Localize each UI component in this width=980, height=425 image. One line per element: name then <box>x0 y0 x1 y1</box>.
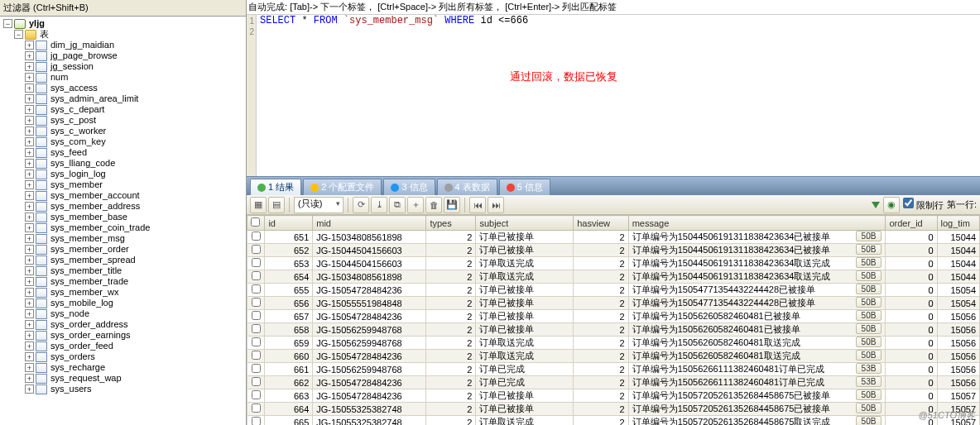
cell[interactable]: 订单编号为15057205261352684458675已被接单50B <box>628 389 886 403</box>
cell[interactable]: 0 <box>886 297 937 310</box>
cell[interactable]: 15057 <box>937 389 979 403</box>
tree-toggle-icon[interactable]: + <box>25 363 34 372</box>
cell[interactable]: 0 <box>886 350 937 363</box>
tree-item-sys_lliang_code[interactable]: +sys_lliang_code <box>3 158 246 169</box>
tree-toggle-icon[interactable]: + <box>25 384 34 394</box>
tree-toggle-icon[interactable]: + <box>25 116 34 125</box>
row-check[interactable] <box>252 284 261 294</box>
cell[interactable]: JG-15054728484236 <box>313 389 426 403</box>
tree-item-sys_order_earnings[interactable]: +sys_order_earnings <box>3 330 246 341</box>
tree-toggle-icon[interactable]: + <box>25 137 34 146</box>
tree-toggle-icon[interactable]: + <box>25 105 34 114</box>
cell[interactable]: 订单已被接单 <box>476 284 574 297</box>
cell[interactable]: 15044 <box>937 231 979 244</box>
tree-item-sys_c_depart[interactable]: +sys_c_depart <box>3 104 246 115</box>
tree-toggle-icon[interactable]: + <box>25 41 34 50</box>
tree-toggle-icon[interactable]: + <box>25 374 34 383</box>
cell[interactable]: 订单编号为15044506191311838423634取送完成50B <box>628 257 886 270</box>
table-row[interactable]: 657JG-150547284842362订单已被接单2订单编号为1505626… <box>247 310 980 323</box>
cell[interactable]: 2 <box>426 270 476 284</box>
tree-toggle-icon[interactable]: + <box>25 223 34 232</box>
table-row[interactable]: 653JG-150445041566032订单取送完成2订单编号为1504450… <box>247 257 980 270</box>
cell[interactable]: JG-15056259948768 <box>313 363 426 376</box>
copy-icon[interactable]: ⧉ <box>389 197 406 213</box>
tree-item-sys_c_post[interactable]: +sys_c_post <box>3 115 246 126</box>
tree-item-sys_member_order[interactable]: +sys_member_order <box>3 244 246 255</box>
table-row[interactable]: 656JG-150555519848482订单已被接单2订单编号为1505477… <box>247 297 980 310</box>
cell[interactable]: 订单已被接单 <box>476 310 574 323</box>
tree-toggle-icon[interactable]: + <box>25 288 34 297</box>
tree-item-sys_member_title[interactable]: +sys_member_title <box>3 265 246 276</box>
tree-toggle-icon[interactable]: − <box>14 30 23 39</box>
cell[interactable]: 订单取送完成 <box>476 257 574 270</box>
col-header-subject[interactable]: subject <box>476 216 574 231</box>
cell[interactable]: 2 <box>426 257 476 270</box>
tree-item-sys_member_trade[interactable]: +sys_member_trade <box>3 276 246 287</box>
cell[interactable]: 2 <box>574 284 628 297</box>
cell[interactable]: 15056 <box>937 376 979 389</box>
cell[interactable]: 2 <box>574 389 628 403</box>
cell[interactable]: 0 <box>886 284 937 297</box>
tree-item-sys_member_wx[interactable]: +sys_member_wx <box>3 287 246 298</box>
row-check[interactable] <box>252 324 261 333</box>
tree-item-sys_member[interactable]: +sys_member <box>3 179 246 190</box>
cell[interactable]: 2 <box>426 231 476 244</box>
sql-editor[interactable]: 1 2 SELECT * FROM `sys_member_msg` WHERE… <box>247 15 980 177</box>
row-check[interactable] <box>252 337 261 346</box>
cell[interactable]: 652 <box>265 244 313 257</box>
cell[interactable]: 订单编号为15056260582460481取送完成50B <box>628 337 886 350</box>
tree-toggle-icon[interactable]: + <box>25 277 34 286</box>
cell[interactable]: 订单已被接单 <box>476 389 574 403</box>
tree-toggle-icon[interactable]: − <box>3 19 12 28</box>
cell[interactable]: 订单编号为15044506191311838423634已被接单50B <box>628 231 886 244</box>
cell[interactable]: 2 <box>426 337 476 350</box>
cell[interactable]: JG-15054728484236 <box>313 350 426 363</box>
cell[interactable]: 订单编号为15054771354432244428已被接单50B <box>628 297 886 310</box>
tab-4[interactable]: 5 信息 <box>499 179 550 195</box>
cell[interactable]: 2 <box>426 376 476 389</box>
table-row[interactable]: 660JG-150547284842362订单取送完成2订单编号为1505626… <box>247 350 980 363</box>
refresh-icon[interactable]: ⟳ <box>353 197 369 213</box>
add-row-icon[interactable]: ＋ <box>407 197 424 213</box>
table-row[interactable]: 651JG-150348085618982订单已被接单2订单编号为1504450… <box>247 231 980 244</box>
tree-item-jg_page_browse[interactable]: +jg_page_browse <box>3 50 246 61</box>
table-row[interactable]: 661JG-150562599487682订单已完成2订单编号为15056266… <box>247 363 980 376</box>
col-header-types[interactable]: types <box>426 216 476 231</box>
cell[interactable]: 15056 <box>937 337 979 350</box>
tree-item-sys_member_msg[interactable]: +sys_member_msg <box>3 233 246 244</box>
cell[interactable]: 2 <box>574 244 628 257</box>
cell[interactable]: 0 <box>886 244 937 257</box>
tab-2[interactable]: 3 信息 <box>383 179 435 195</box>
cell[interactable]: 订单取送完成 <box>476 350 574 363</box>
row-check[interactable] <box>252 417 261 425</box>
cell[interactable]: 0 <box>886 310 937 323</box>
cell[interactable]: 15056 <box>937 310 979 323</box>
col-header-id[interactable]: id <box>265 216 313 231</box>
table-row[interactable]: 655JG-150547284842362订单已被接单2订单编号为1505477… <box>247 284 980 297</box>
tree-item-sys_member_spread[interactable]: +sys_member_spread <box>3 255 246 265</box>
tree-toggle-icon[interactable]: + <box>25 309 34 318</box>
cell[interactable]: 订单编号为15056260582460481已被接单50B <box>628 323 886 337</box>
first-icon[interactable]: ⏮ <box>469 197 486 213</box>
filter-icon[interactable] <box>872 202 880 208</box>
cell[interactable]: 660 <box>265 350 313 363</box>
cell[interactable]: 0 <box>886 363 937 376</box>
grid-view-icon[interactable]: ▦ <box>250 197 267 213</box>
cell[interactable]: 订单编号为15057205261352684458675已被接单50B <box>628 403 886 416</box>
table-row[interactable]: 662JG-150547284842362订单已完成2订单编号为15056266… <box>247 376 980 389</box>
tree-item-表[interactable]: −表 <box>3 29 246 40</box>
cell[interactable]: JG-15034808561898 <box>313 270 426 284</box>
cell[interactable]: 656 <box>265 297 313 310</box>
tree-item-sys_c_worker[interactable]: +sys_c_worker <box>3 126 246 136</box>
cell[interactable]: 2 <box>426 389 476 403</box>
limit-rows-check[interactable]: 限制行 <box>903 198 944 212</box>
tree-toggle-icon[interactable]: + <box>25 212 34 222</box>
tree-toggle-icon[interactable]: + <box>25 51 34 60</box>
tree-toggle-icon[interactable]: + <box>25 255 34 265</box>
tree-item-sys_access[interactable]: +sys_access <box>3 83 246 93</box>
cell[interactable]: 订单编号为15044506191311838423634已被接单50B <box>628 244 886 257</box>
row-check[interactable] <box>252 298 261 307</box>
cell[interactable]: 订单已完成 <box>476 376 574 389</box>
cell[interactable]: 2 <box>426 350 476 363</box>
cell[interactable]: 订单取送完成 <box>476 337 574 350</box>
